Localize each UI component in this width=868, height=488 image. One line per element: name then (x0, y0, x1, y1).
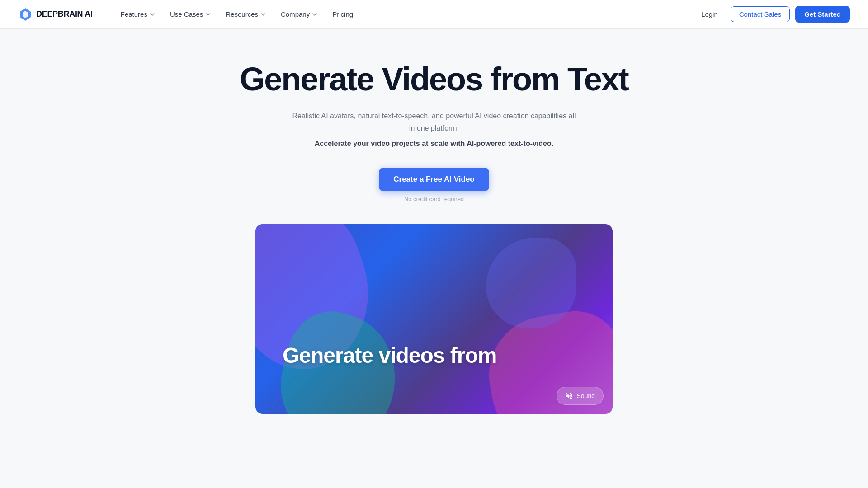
navbar: DEEPBRAIN AI Features Use Cases Resource… (0, 0, 868, 29)
chevron-down-icon (260, 11, 266, 18)
nav-item-use-cases[interactable]: Use Cases (164, 7, 217, 22)
nav-item-features[interactable]: Features (114, 7, 162, 22)
hero-section: Generate Videos from Text Realistic AI a… (0, 29, 868, 224)
chevron-down-icon (311, 11, 318, 18)
main-content: Generate Videos from Text Realistic AI a… (0, 29, 868, 414)
get-started-button[interactable]: Get Started (795, 6, 850, 23)
contact-sales-button[interactable]: Contact Sales (731, 6, 790, 22)
nav-item-pricing[interactable]: Pricing (326, 7, 359, 22)
blob-decoration-4 (486, 238, 576, 328)
nav-label-features: Features (121, 10, 147, 18)
nav-label-use-cases: Use Cases (170, 10, 203, 18)
nav-label-pricing: Pricing (332, 10, 353, 18)
hero-title: Generate Videos from Text (240, 61, 628, 97)
hero-subtitle-line1: Realistic AI avatars, natural text-to-sp… (289, 110, 579, 134)
nav-item-company[interactable]: Company (274, 7, 324, 22)
nav-item-resources[interactable]: Resources (219, 7, 273, 22)
nav-links: Features Use Cases Resources Company Pri… (114, 7, 694, 22)
cta-area: Create a Free AI Video No credit card re… (379, 168, 489, 202)
video-preview: Generate videos from Sound (255, 224, 613, 414)
nav-right: Login Contact Sales Get Started (694, 6, 850, 23)
no-credit-card-text: No credit card required (404, 196, 464, 202)
login-button[interactable]: Login (694, 7, 725, 22)
deepbrain-logo-icon (18, 7, 33, 22)
nav-label-resources: Resources (226, 10, 258, 18)
sound-button[interactable]: Sound (557, 387, 604, 405)
logo[interactable]: DEEPBRAIN AI (18, 7, 93, 22)
sound-muted-icon (565, 392, 573, 400)
sound-label: Sound (577, 392, 595, 399)
video-wrapper: Generate videos from Sound (0, 224, 868, 414)
create-video-button[interactable]: Create a Free AI Video (379, 168, 489, 191)
chevron-down-icon (205, 11, 211, 18)
logo-text: DEEPBRAIN AI (36, 9, 93, 19)
hero-subtitle-line2: Accelerate your video projects at scale … (315, 137, 553, 150)
video-overlay-text: Generate videos from (283, 343, 497, 369)
chevron-down-icon (149, 11, 156, 18)
nav-label-company: Company (281, 10, 310, 18)
